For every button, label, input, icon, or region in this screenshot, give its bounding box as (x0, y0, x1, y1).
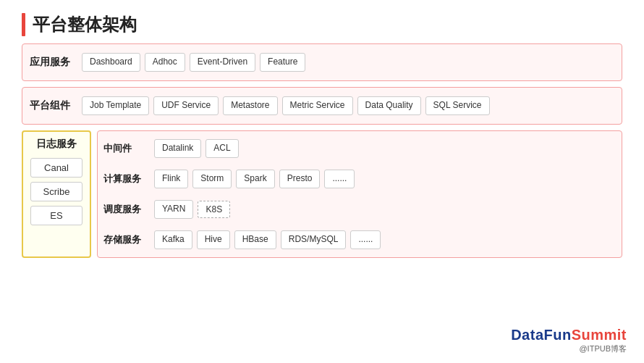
log-services-label: 日志服务 (36, 138, 77, 151)
compute-services-label: 计算服务 (103, 172, 147, 185)
log-services-sidebar: 日志服务 Canal Scribe ES (22, 130, 91, 258)
chip-acl: ACL (206, 139, 238, 158)
middleware-label: 中间件 (103, 142, 147, 155)
storage-services-row: 存储服务 Kafka Hive HBase RDS/MySQL ...... (103, 227, 616, 253)
chip-dashboard: Dashboard (82, 53, 140, 72)
right-content-area: 中间件 Datalink ACL 计算服务 Flink Storm Spark … (97, 130, 622, 258)
middleware-row: 中间件 Datalink ACL (103, 135, 616, 162)
chip-spark: Spark (236, 170, 274, 188)
chip-compute-more: ...... (324, 170, 355, 188)
chip-adhoc: Adhoc (145, 53, 185, 72)
chip-job-template: Job Template (82, 96, 149, 115)
chip-hive: Hive (197, 230, 230, 249)
chip-rds-mysql: RDS/MySQL (281, 230, 347, 249)
bottom-section: 日志服务 Canal Scribe ES 中间件 Datalink ACL 计算… (22, 130, 622, 258)
chip-flink: Flink (154, 170, 188, 188)
app-services-row: 应用服务 Dashboard Adhoc Event-Driven Featur… (22, 43, 622, 81)
chip-feature: Feature (260, 53, 305, 72)
schedule-services-row: 调度服务 YARN K8S (103, 196, 616, 222)
app-services-label: 应用服务 (30, 56, 73, 69)
app-services-chips: Dashboard Adhoc Event-Driven Feature (82, 53, 305, 72)
chip-yarn: YARN (154, 200, 193, 219)
chip-sql-service: SQL Service (425, 96, 490, 115)
main-diagram: 应用服务 Dashboard Adhoc Event-Driven Featur… (0, 43, 644, 258)
schedule-chips: YARN K8S (154, 200, 230, 219)
title-accent-bar (22, 13, 25, 36)
storage-services-label: 存储服务 (103, 233, 147, 246)
compute-services-row: 计算服务 Flink Storm Spark Presto ...... (103, 166, 616, 192)
chip-hbase: HBase (234, 230, 276, 249)
chip-es: ES (30, 206, 82, 225)
chip-k8s: K8S (198, 201, 230, 218)
chip-canal: Canal (30, 158, 82, 178)
chip-scribe: Scribe (30, 182, 82, 201)
brand-name-red: Summit (572, 327, 627, 343)
schedule-services-label: 调度服务 (103, 203, 147, 216)
chip-storage-more: ...... (350, 230, 381, 249)
platform-chips: Job Template UDF Service Metastore Metri… (82, 96, 490, 115)
chip-metastore: Metastore (223, 96, 277, 115)
chip-event-driven: Event-Driven (190, 53, 255, 72)
brand-name: DataFunSummit (511, 327, 627, 343)
platform-components-row: 平台组件 Job Template UDF Service Metastore … (22, 87, 622, 125)
storage-chips: Kafka Hive HBase RDS/MySQL ...... (154, 230, 381, 249)
platform-components-label: 平台组件 (30, 99, 73, 112)
chip-datalink: Datalink (154, 139, 201, 158)
middleware-chips: Datalink ACL (154, 139, 239, 158)
chip-data-quality: Data Quality (357, 96, 421, 115)
chip-storm: Storm (192, 170, 232, 188)
chip-metric-service: Metric Service (282, 96, 353, 115)
compute-chips: Flink Storm Spark Presto ...... (154, 170, 355, 188)
chip-presto: Presto (279, 170, 321, 188)
brand-sub: @ITPUB博客 (511, 343, 627, 354)
page-header: 平台整体架构 (0, 0, 644, 43)
page-title: 平台整体架构 (33, 13, 137, 36)
chip-udf-service: UDF Service (153, 96, 219, 115)
brand-name-dark: DataFun (511, 327, 572, 343)
branding: DataFunSummit @ITPUB博客 (511, 327, 627, 354)
chip-kafka: Kafka (154, 230, 192, 249)
